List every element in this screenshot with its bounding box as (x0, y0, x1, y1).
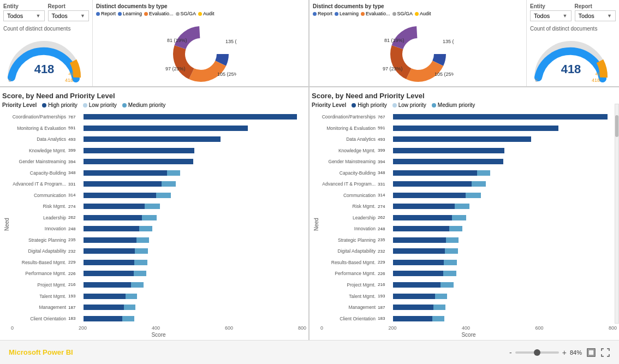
zoom-minus[interactable]: - (509, 348, 512, 357)
svg-text:418: 418 (34, 62, 55, 76)
report-dropdown-right[interactable]: Todos ▼ (575, 10, 616, 21)
bar-segment-high (84, 248, 135, 254)
bar-segment-high (84, 215, 142, 220)
entity-dropdown-right[interactable]: Todos ▼ (530, 10, 572, 21)
bar-segment-high (393, 215, 452, 220)
bar-label: Talent Mgmt. (320, 293, 376, 300)
svg-text:97 (23%): 97 (23%) (383, 66, 403, 71)
gauge-right: 418 0 418 418 (530, 34, 612, 83)
panel-left: Entity Todos ▼ Report Todos ▼ (0, 0, 310, 86)
legend-dot-audit (198, 12, 202, 16)
bar-label: Leadership (320, 214, 376, 222)
bar-label: Risk Mgmt. (320, 202, 376, 210)
zoom-thumb[interactable] (534, 349, 540, 356)
svg-text:81 (19%): 81 (19%) (167, 38, 187, 43)
bar-segment-medium (142, 215, 157, 220)
bar-row: 394 (378, 158, 617, 165)
legend-dot-learning-r (335, 12, 338, 16)
bars-container-left: 7675914933993943483313142742622482352322… (68, 111, 306, 324)
gauge-svg-left: 418 0 418 418 (3, 34, 85, 83)
bar-label: Communication (11, 192, 66, 199)
bar-segment-high (393, 114, 608, 120)
bar-chart-content-left: Coordination/PartnershipsMonitoring & Ev… (11, 111, 306, 338)
svg-text:135 (32%): 135 (32%) (225, 39, 236, 44)
bar-row: 274 (68, 202, 306, 210)
bar-segment-medium (466, 193, 481, 198)
scrollbar-right[interactable] (615, 104, 619, 324)
bar-row: 262 (68, 214, 306, 222)
donut-section-left: Distinct documents by type Report Learni… (93, 0, 308, 86)
bar-label: Capacity-Building (11, 169, 66, 177)
bar-segment-high (393, 193, 466, 198)
x-axis-label-right: Score (320, 332, 617, 338)
priority-dot-low-right (392, 103, 397, 108)
report-dropdown-left[interactable]: Todos ▼ (48, 10, 90, 21)
bar-label: Coordination/Partnerships (11, 113, 66, 121)
bar-row: 232 (378, 247, 617, 255)
bar-row: 229 (378, 259, 617, 266)
bar-row: 226 (68, 270, 306, 277)
bar-segment-high (393, 237, 446, 243)
report-label-left: Report (48, 3, 90, 9)
filter-section-right: Entity Todos ▼ Report Todos ▼ (526, 0, 619, 86)
bar-segment-high (84, 226, 139, 231)
bar-label: Innovation (11, 225, 66, 232)
entity-dropdown-left[interactable]: Todos ▼ (3, 10, 45, 21)
panel-right: Distinct documents by type Report Learni… (310, 0, 619, 86)
legend-audit: Audit (198, 11, 215, 16)
bar-chart-area-right: Need Coordination/PartnershipsMonitoring… (312, 111, 617, 338)
svg-text:418: 418 (595, 71, 603, 76)
bar-label: Results-Based Mgmt. (320, 259, 376, 266)
bar-row: 187 (68, 303, 306, 311)
bar-row: 331 (68, 180, 306, 188)
bar-row: 314 (378, 192, 617, 199)
chart-panel-right: Score, by Need and Priority Level Priori… (310, 87, 619, 340)
legend-dot-learning (118, 12, 122, 16)
priority-legend-label-left: Priority Level (2, 102, 37, 108)
priority-dot-high-left (42, 103, 46, 108)
bars-and-labels-left: Coordination/PartnershipsMonitoring & Ev… (11, 111, 306, 324)
priority-dot-medium-right (432, 103, 436, 108)
bar-row: 767 (68, 113, 306, 121)
bar-label: Client Orientation (11, 315, 66, 323)
bar-segment-high (393, 305, 433, 310)
bar-segment-medium (134, 260, 147, 265)
bar-labels-left: Coordination/PartnershipsMonitoring & Ev… (11, 111, 68, 324)
zoom-plus[interactable]: + (562, 348, 567, 357)
bar-segment-high (393, 294, 435, 299)
footer-right: - + 84% (509, 348, 610, 357)
fit-screen-icon[interactable] (586, 348, 596, 357)
legend-report-r: Report (313, 11, 332, 16)
bar-label: Project Mgmt. (320, 281, 376, 289)
bar-segment-medium (452, 215, 467, 220)
zoom-slider[interactable] (515, 351, 559, 354)
bar-row: 193 (68, 293, 306, 300)
bar-row: 274 (378, 202, 617, 210)
entity-arrow-left: ▼ (36, 13, 41, 19)
bar-segment-medium (433, 305, 445, 310)
bar-segment-medium (443, 271, 456, 276)
entity-filter-right: Entity Todos ▼ (530, 3, 572, 21)
legend-report: Report (96, 11, 116, 16)
bar-segment-high (393, 282, 441, 288)
bar-label: Data Analytics (11, 135, 66, 143)
bar-segment-high (393, 148, 504, 153)
filter-row-right: Entity Todos ▼ Report Todos ▼ (530, 3, 616, 21)
bar-segment-medium (134, 271, 146, 276)
bar-row: 399 (378, 147, 617, 154)
donut-title-right: Distinct documents by type (313, 3, 523, 9)
bar-label: Digital Adaptability (320, 247, 376, 255)
bar-label: Strategic Planning (320, 236, 376, 244)
fullscreen-icon[interactable] (600, 348, 610, 357)
gauge-svg-right: 418 0 418 418 (530, 34, 612, 83)
powerbi-link[interactable]: Microsoft Power BI (9, 348, 73, 356)
bar-segment-medium (131, 282, 144, 288)
bar-label: Performance Mgmt. (320, 270, 376, 277)
donut-wrapper-right: 135 (32%) 105 (25%) 97 (23%) 81 (19%) (313, 19, 523, 89)
bar-label: Risk Mgmt. (11, 202, 66, 210)
filter-row-left: Entity Todos ▼ Report Todos ▼ (3, 3, 89, 21)
chart-title-right: Score, by Need and Priority Level (312, 92, 617, 100)
report-arrow-left: ▼ (80, 13, 85, 19)
scrollbar-thumb[interactable] (615, 115, 618, 137)
bar-label: Client Orientation (320, 315, 376, 323)
